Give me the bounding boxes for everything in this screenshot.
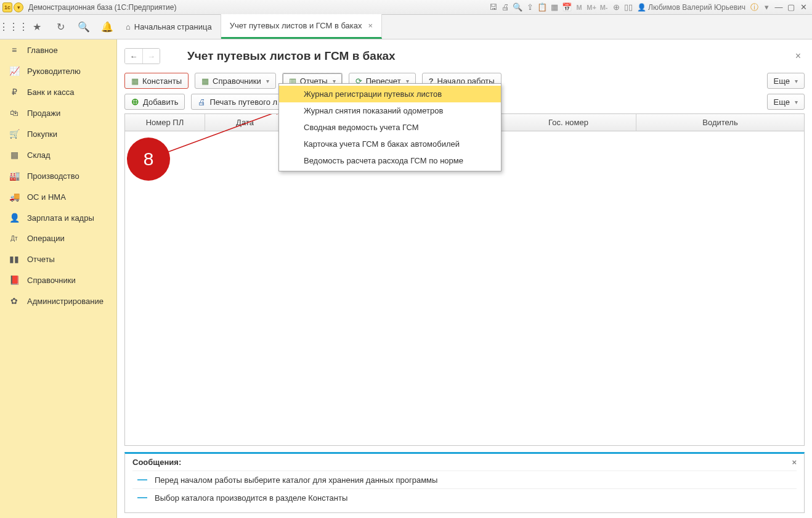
copy-icon[interactable]: 📋 [537, 2, 548, 13]
print-icon[interactable]: 🖨 [500, 2, 511, 13]
app-logo-icon: 1c [2, 2, 12, 12]
print-waybill-button[interactable]: 🖨Печать путевого л… [191, 94, 292, 110]
sidebar-item-purchases[interactable]: 🛒Покупки [0, 123, 116, 144]
sidebar-item-main[interactable]: ≡Главное [0, 39, 116, 60]
menu-icon: ≡ [9, 45, 20, 55]
dash-icon: — [137, 474, 146, 485]
memory-m-icon[interactable]: M [574, 2, 585, 13]
sidebar-item-assets[interactable]: 🚚ОС и НМА [0, 186, 116, 207]
ruble-icon: ₽ [9, 87, 20, 97]
sidebar-item-admin[interactable]: ✿Администрирование [0, 290, 116, 311]
cart-icon: 🛒 [9, 129, 20, 139]
column-header-number[interactable]: Номер ПЛ [125, 114, 205, 131]
memory-mminus-icon[interactable]: M- [598, 2, 609, 13]
factory-icon: 🏭 [9, 171, 20, 181]
memory-mplus-icon[interactable]: M+ [586, 2, 597, 13]
sidebar-item-reports[interactable]: ▮▮Отчеты [0, 249, 116, 269]
messages-header: Сообщения: × [132, 458, 797, 467]
dropdown-item-card-gsm[interactable]: Карточка учета ГСМ в баках автомобилей [279, 136, 501, 152]
app-menu-dropdown-icon[interactable]: ▾ [14, 2, 23, 12]
sidebar-item-label: Администрирование [27, 297, 104, 306]
apps-grid-icon[interactable]: ⋮⋮⋮ [7, 21, 20, 33]
message-item[interactable]: —Выбор каталога производится в разделе К… [132, 488, 797, 506]
home-icon: ⌂ [126, 22, 131, 31]
chevron-down-icon: ▾ [266, 78, 269, 84]
tab-label: Начальная страница [134, 22, 212, 31]
table-icon: ▦ [201, 76, 209, 86]
add-button[interactable]: ⊕Добавить [124, 94, 185, 110]
sidebar-item-label: Банк и касса [27, 88, 75, 97]
sidebar-item-bank[interactable]: ₽Банк и касса [0, 81, 116, 102]
nav-forward-button[interactable]: → [142, 49, 160, 64]
dropdown-item-journal-odometer[interactable]: Журнал снятия показаний одометров [279, 102, 501, 119]
person-icon: 👤 [9, 213, 20, 223]
sidebar-item-label: Главное [27, 46, 58, 55]
page-title: Учет путевых листов и ГСМ в баках [187, 49, 396, 63]
tabs: ⌂ Начальная страница Учет путевых листов… [117, 15, 812, 39]
messages-panel: Сообщения: × —Перед началом работы выбер… [124, 452, 805, 513]
nav-back-button[interactable]: ← [125, 49, 142, 64]
search-icon[interactable]: 🔍 [78, 21, 90, 33]
tab-close-icon[interactable]: × [368, 21, 373, 30]
column-header-driver[interactable]: Водитель [636, 114, 804, 131]
debit-credit-icon: Дт [9, 235, 20, 242]
top-strip: ⋮⋮⋮ ★ ↻ 🔍 🔔 ⌂ Начальная страница Учет пу… [0, 15, 812, 39]
export-icon[interactable]: ⇪ [524, 2, 535, 13]
sidebar-item-production[interactable]: 🏭Производство [0, 165, 116, 186]
chart-icon: 📈 [9, 66, 20, 76]
quick-icons: ⋮⋮⋮ ★ ↻ 🔍 🔔 [0, 15, 117, 39]
sidebar-item-label: Продажи [27, 109, 60, 118]
dropdown-item-statement-gsm[interactable]: Ведомость расчета расхода ГСМ по норме [279, 152, 501, 169]
calculator-icon[interactable]: ▦ [549, 2, 560, 13]
sidebar-item-salary[interactable]: 👤Зарплата и кадры [0, 207, 116, 228]
preview-icon[interactable]: 🔍 [512, 2, 523, 13]
more-button-1[interactable]: Еще▾ [767, 73, 805, 89]
sidebar-item-label: Справочники [27, 276, 76, 285]
tab-current[interactable]: Учет путевых листов и ГСМ в баках × [221, 14, 382, 39]
dropdown-item-journal-registration[interactable]: Журнал регистрации путевых листов [279, 86, 501, 102]
sidebar-item-label: Склад [27, 150, 51, 160]
sidebar-item-directories[interactable]: 📕Справочники [0, 269, 116, 290]
zoom-icon[interactable]: ⊕ [611, 2, 622, 13]
info-icon[interactable]: ⓘ [749, 2, 760, 13]
sidebar-item-label: Отчеты [27, 255, 55, 264]
constants-button[interactable]: ▦Константы [124, 73, 189, 89]
more-button-2[interactable]: Еще▾ [767, 94, 805, 110]
user-icon: 👤 [637, 3, 646, 12]
sidebar-item-warehouse[interactable]: ▦Склад [0, 144, 116, 165]
tab-home[interactable]: ⌂ Начальная страница [117, 14, 221, 39]
nav-back-forward: ← → [124, 48, 160, 64]
messages-close-button[interactable]: × [792, 458, 797, 467]
sidebar-item-sales[interactable]: 🛍Продажи [0, 102, 116, 123]
column-header-date[interactable]: Дата [205, 114, 285, 131]
column-header-plate[interactable]: Гос. номер [501, 114, 636, 131]
close-button[interactable]: ✕ [797, 2, 810, 13]
tab-label: Учет путевых листов и ГСМ в баках [230, 21, 362, 30]
bars-icon: ▮▮ [9, 254, 20, 264]
sidebar-item-label: Зарплата и кадры [27, 213, 94, 223]
page-close-button[interactable]: × [792, 51, 805, 62]
dropdown-icon[interactable]: ▾ [761, 2, 772, 13]
constants-icon: ▦ [131, 76, 139, 86]
reports-dropdown: Журнал регистрации путевых листов Журнал… [278, 83, 501, 171]
message-item[interactable]: —Перед началом работы выберите каталог д… [132, 471, 797, 488]
minimize-button[interactable]: — [773, 2, 785, 13]
sidebar-item-manager[interactable]: 📈Руководителю [0, 60, 116, 81]
messages-title: Сообщения: [132, 458, 181, 467]
calendar-icon[interactable]: 📅 [561, 2, 572, 13]
toolbar-primary: ▦Константы ▦Справочники▾ ▥Отчеты▾ ⟳Перес… [124, 73, 805, 89]
history-icon[interactable]: ↻ [54, 21, 67, 33]
notifications-icon[interactable]: 🔔 [101, 21, 113, 33]
sidebar-item-label: Покупки [27, 130, 57, 139]
chevron-down-icon: ▾ [795, 99, 798, 105]
truck-icon: 🚚 [9, 192, 20, 202]
current-user[interactable]: 👤Любимов Валерий Юрьевич [637, 3, 745, 12]
panels-icon[interactable]: ▯▯ [623, 2, 634, 13]
dropdown-item-summary-gsm[interactable]: Сводная ведомость учета ГСМ [279, 119, 501, 136]
sidebar-item-operations[interactable]: ДтОперации [0, 228, 116, 249]
favorites-icon[interactable]: ★ [31, 21, 43, 33]
grid-icon: ▦ [9, 150, 20, 160]
directories-button[interactable]: ▦Справочники▾ [195, 73, 276, 89]
save-icon[interactable]: 🖫 [487, 2, 498, 13]
maximize-button[interactable]: ▢ [785, 2, 797, 13]
